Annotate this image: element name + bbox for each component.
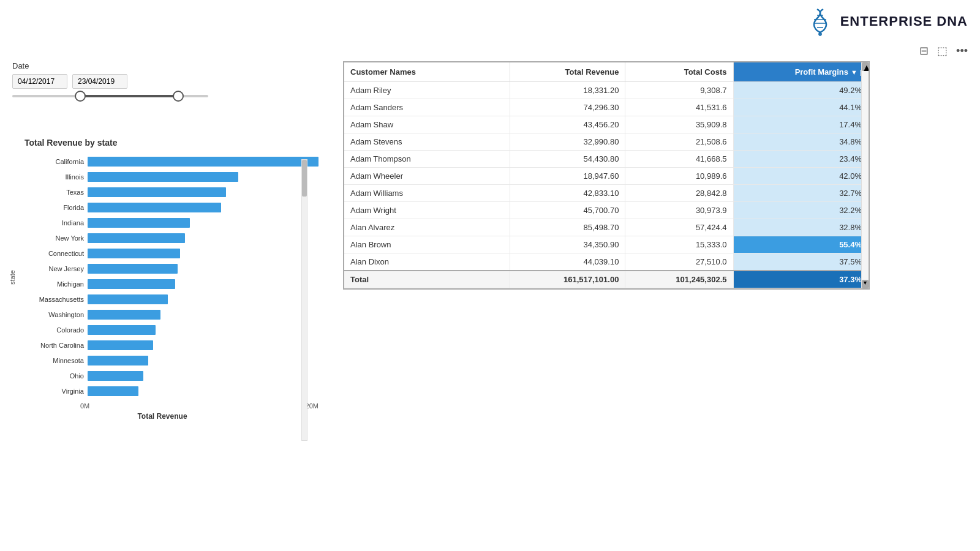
cell-customer-name: Adam Sanders — [344, 99, 510, 116]
bar-inner — [88, 279, 175, 289]
bar-row[interactable]: Massachusetts — [17, 293, 318, 306]
table-row[interactable]: Alan Dixon44,039.1027,510.037.5% — [344, 253, 869, 271]
table-wrapper: Customer Names Total Revenue Total Costs… — [344, 62, 869, 288]
cell-costs: 57,424.4 — [625, 219, 733, 236]
table-row[interactable]: Adam Williams42,833.1028,842.832.7% — [344, 185, 869, 202]
bar-outer — [88, 371, 318, 381]
table-row[interactable]: Adam Stevens32,990.8021,508.634.8% — [344, 133, 869, 151]
bar-row[interactable]: Ohio — [17, 369, 318, 383]
table-row[interactable]: Alan Alvarez85,498.7057,424.432.8% — [344, 219, 869, 236]
bar-label: Texas — [17, 189, 88, 196]
cell-profit-margin: 34.8% — [733, 133, 869, 151]
bar-row[interactable]: Indiana — [17, 216, 318, 230]
profit-margins-header-text: Profit Margins — [795, 67, 848, 77]
total-costs: 101,245,302.5 — [625, 271, 733, 288]
bar-label: Michigan — [17, 280, 88, 288]
bar-outer — [88, 172, 318, 182]
bar-outer — [88, 310, 318, 320]
bar-row[interactable]: Minnesota — [17, 354, 318, 367]
total-margin: 37.3% — [733, 271, 869, 288]
table-row[interactable]: Adam Sanders74,296.3041,531.644.1% — [344, 99, 869, 116]
table-row[interactable]: Adam Thompson54,430.8041,668.523.4% — [344, 151, 869, 168]
table-row[interactable]: Adam Riley18,331.209,308.749.2% — [344, 82, 869, 99]
bar-label: Virginia — [17, 388, 88, 395]
cell-revenue: 44,039.10 — [510, 253, 625, 271]
bar-label: New York — [17, 234, 88, 242]
cell-revenue: 34,350.90 — [510, 236, 625, 253]
bar-inner — [88, 249, 180, 258]
cell-costs: 10,989.6 — [625, 168, 733, 185]
cell-profit-margin: 17.4% — [733, 116, 869, 133]
start-date-input[interactable]: 04/12/2017 — [12, 74, 67, 89]
bar-row[interactable]: Florida — [17, 201, 318, 214]
more-options-icon[interactable]: ••• — [956, 45, 968, 58]
total-row: Total161,517,101.00101,245,302.537.3% — [344, 271, 869, 288]
table-body: Adam Riley18,331.209,308.749.2%Adam Sand… — [344, 82, 869, 288]
col-header-total-costs[interactable]: Total Costs — [625, 62, 733, 82]
bar-row[interactable]: Michigan — [17, 277, 318, 291]
table-row[interactable]: Alan Brown34,350.9015,333.055.4% — [344, 236, 869, 253]
chart-scrollbar[interactable] — [301, 159, 307, 441]
table-row[interactable]: Adam Wheeler18,947.6010,989.642.0% — [344, 168, 869, 185]
bar-outer — [88, 386, 318, 396]
col-header-customer-names[interactable]: Customer Names — [344, 62, 510, 82]
bar-row[interactable]: Virginia — [17, 384, 318, 398]
chart-scrollbar-thumb[interactable] — [302, 160, 307, 197]
bar-row[interactable]: New Jersey — [17, 262, 318, 276]
bar-row[interactable]: Texas — [17, 186, 318, 199]
data-table: Customer Names Total Revenue Total Costs… — [344, 62, 869, 288]
cell-costs: 27,510.0 — [625, 253, 733, 271]
col-header-profit-margins[interactable]: Profit Margins ▼ | — [733, 62, 869, 82]
bar-outer — [88, 218, 318, 228]
bar-outer — [88, 249, 318, 258]
y-axis-label: state — [6, 155, 16, 400]
date-slider-left-thumb[interactable] — [75, 91, 86, 102]
cell-customer-name: Adam Stevens — [344, 133, 510, 151]
cell-costs: 15,333.0 — [625, 236, 733, 253]
bar-row[interactable]: Colorado — [17, 323, 318, 337]
end-date-input[interactable]: 23/04/2019 — [72, 74, 127, 89]
filter-icon[interactable]: ⊟ — [919, 44, 929, 58]
col-header-total-revenue[interactable]: Total Revenue — [510, 62, 625, 82]
bar-row[interactable]: New York — [17, 231, 318, 245]
bar-inner — [88, 157, 318, 167]
table-row[interactable]: Adam Shaw43,456.2035,909.817.4% — [344, 116, 869, 133]
sort-icon[interactable]: ▼ — [851, 69, 858, 76]
cell-profit-margin: 32.7% — [733, 185, 869, 202]
bar-label: Minnesota — [17, 357, 88, 364]
cell-profit-margin: 37.5% — [733, 253, 869, 271]
date-slider-fill — [81, 95, 179, 97]
date-slider-track — [12, 95, 208, 97]
date-inputs: 04/12/2017 23/04/2019 — [12, 74, 208, 89]
table-scroll-down[interactable]: ▼ — [862, 280, 869, 288]
bar-row[interactable]: Washington — [17, 308, 318, 321]
bar-label: New Jersey — [17, 265, 88, 272]
x-axis-title: Total Revenue — [6, 412, 318, 421]
toolbar-icons: ⊟ ⬚ ••• — [919, 44, 968, 58]
table-row[interactable]: Adam Wright45,700.7030,973.932.2% — [344, 202, 869, 219]
bar-row[interactable]: Connecticut — [17, 247, 318, 260]
table-scroll-up[interactable]: ▲ — [862, 62, 869, 71]
dna-logo-icon — [805, 6, 835, 37]
bar-row[interactable]: North Carolina — [17, 339, 318, 352]
cell-customer-name: Adam Wright — [344, 202, 510, 219]
bar-label: Massachusetts — [17, 296, 88, 303]
cell-revenue: 42,833.10 — [510, 185, 625, 202]
logo-area: ENTERPRISE DNA — [805, 6, 968, 37]
bar-outer — [88, 233, 318, 243]
table-scrollbar[interactable]: ▲ ▼ — [861, 62, 869, 288]
export-icon[interactable]: ⬚ — [937, 44, 948, 58]
cell-costs: 41,531.6 — [625, 99, 733, 116]
bar-label: California — [17, 158, 88, 165]
bar-label: Illinois — [17, 173, 88, 181]
cell-revenue: 18,947.60 — [510, 168, 625, 185]
cell-customer-name: Alan Alvarez — [344, 219, 510, 236]
bar-inner — [88, 218, 190, 228]
bar-outer — [88, 264, 318, 274]
bar-row[interactable]: Illinois — [17, 170, 318, 184]
bar-row[interactable]: California — [17, 155, 318, 168]
bar-label: Connecticut — [17, 250, 88, 257]
date-slider-right-thumb[interactable] — [173, 91, 184, 102]
x-axis-tick: 0M — [80, 402, 89, 410]
cell-profit-margin: 49.2% — [733, 82, 869, 99]
